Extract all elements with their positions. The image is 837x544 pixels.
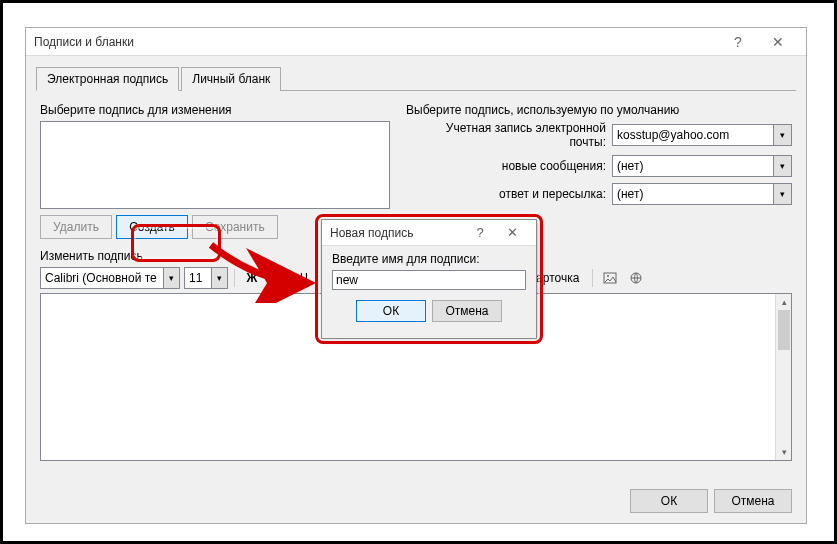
signature-name-label: Введите имя для подписи: (332, 252, 526, 266)
new-signature-dialog: Новая подпись ? ✕ Введите имя для подпис… (321, 219, 537, 339)
modal-title: Новая подпись (330, 226, 464, 240)
picture-icon (603, 271, 617, 285)
save-button[interactable]: Сохранить (192, 215, 278, 239)
modal-title-bar: Новая подпись ? ✕ (322, 220, 536, 246)
signature-name-input[interactable] (332, 270, 526, 290)
tab-personal-blank[interactable]: Личный бланк (181, 67, 281, 91)
font-select[interactable]: Calibri (Основной те ▾ (40, 267, 180, 289)
email-account-select[interactable]: kosstup@yahoo.com ▾ (612, 124, 792, 146)
globe-link-icon (629, 271, 643, 285)
email-account-label: Учетная запись электронной почты: (406, 121, 606, 149)
chevron-down-icon: ▾ (163, 268, 179, 288)
modal-close-button[interactable]: ✕ (496, 225, 528, 240)
reply-forward-label: ответ и пересылка: (406, 187, 606, 201)
dialog-footer: ОК Отмена (630, 489, 792, 513)
modal-ok-button[interactable]: ОК (356, 300, 426, 322)
delete-button[interactable]: Удалить (40, 215, 112, 239)
tabs: Электронная подпись Личный бланк (36, 66, 796, 91)
default-signature-label: Выберите подпись, используемую по умолча… (406, 103, 792, 117)
main-help-button[interactable]: ? (718, 34, 758, 50)
new-messages-label: новые сообщения: (406, 159, 606, 173)
tab-electronic-signature[interactable]: Электронная подпись (36, 67, 179, 91)
chevron-down-icon: ▾ (773, 125, 791, 145)
ok-button[interactable]: ОК (630, 489, 708, 513)
cancel-button[interactable]: Отмена (714, 489, 792, 513)
main-close-button[interactable]: ✕ (758, 34, 798, 50)
main-title-bar: Подписи и бланки ? ✕ (26, 28, 806, 56)
underline-button[interactable]: Ч (293, 267, 315, 289)
insert-picture-button[interactable] (599, 267, 621, 289)
italic-button[interactable]: К (267, 267, 289, 289)
svg-point-5 (607, 275, 609, 277)
scroll-thumb[interactable] (778, 310, 790, 350)
new-messages-select[interactable]: (нет) ▾ (612, 155, 792, 177)
scroll-down-arrow[interactable]: ▾ (776, 444, 792, 460)
toolbar-separator (592, 269, 593, 287)
toolbar-separator (234, 269, 235, 287)
bold-button[interactable]: Ж (241, 267, 263, 289)
insert-link-button[interactable] (625, 267, 647, 289)
editor-scrollbar[interactable]: ▴ ▾ (775, 294, 791, 460)
modal-help-button[interactable]: ? (464, 225, 496, 240)
chevron-down-icon: ▾ (773, 156, 791, 176)
main-title: Подписи и бланки (34, 35, 718, 49)
chevron-down-icon: ▾ (773, 184, 791, 204)
create-button[interactable]: Создать (116, 215, 188, 239)
modal-cancel-button[interactable]: Отмена (432, 300, 502, 322)
select-signature-label: Выберите подпись для изменения (40, 103, 390, 117)
font-size-select[interactable]: 11 ▾ (184, 267, 228, 289)
reply-forward-select[interactable]: (нет) ▾ (612, 183, 792, 205)
scroll-up-arrow[interactable]: ▴ (776, 294, 792, 310)
signature-list[interactable] (40, 121, 390, 209)
chevron-down-icon: ▾ (211, 268, 227, 288)
